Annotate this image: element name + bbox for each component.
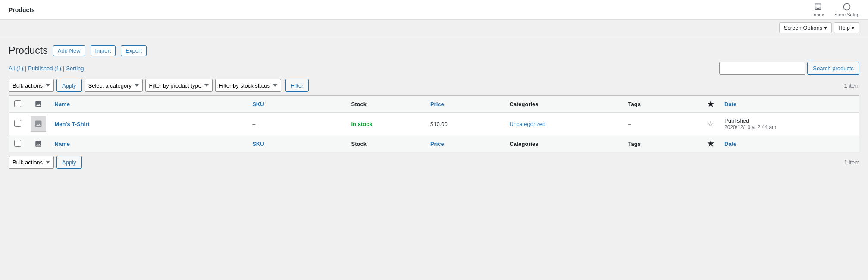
col-footer-tags: Tags — [624, 135, 703, 152]
col-footer-name[interactable]: Name — [50, 135, 248, 152]
svg-point-0 — [843, 3, 850, 10]
row-categories-cell: Uncategorized — [505, 113, 624, 135]
row-sku-value: – — [252, 121, 255, 127]
table-row: Men's T-Shirt – In stock $10.00 Uncatego… — [9, 113, 859, 135]
row-price-cell: $10.00 — [426, 113, 505, 135]
col-header-featured: ★ — [703, 96, 720, 113]
row-check-cell — [9, 113, 26, 135]
top-action-bar: Bulk actions Apply Select a category Fil… — [9, 79, 859, 92]
col-footer-date[interactable]: Date — [720, 135, 859, 152]
filter-button[interactable]: Filter — [285, 79, 309, 92]
apply-button-bottom[interactable]: Apply — [56, 156, 82, 169]
image-footer-icon — [31, 140, 46, 148]
row-stock-value: In stock — [351, 121, 372, 127]
filter-tabs: All (1) | Published (1) | Sorting Search… — [9, 62, 859, 75]
top-bar: Products Inbox Store Setup — [0, 0, 868, 20]
inbox-label: Inbox — [812, 12, 824, 17]
col-header-sku[interactable]: SKU — [248, 96, 347, 113]
col-header-categories: Categories — [505, 96, 624, 113]
inbox-icon-item[interactable]: Inbox — [812, 3, 824, 17]
page-header: Products Add New Import Export — [9, 45, 859, 57]
tab-sep-2: | — [63, 65, 64, 72]
search-bar: Search products — [719, 62, 859, 75]
help-button[interactable]: Help ▾ — [834, 22, 859, 33]
tab-all[interactable]: All (1) — [9, 65, 23, 72]
row-featured-star-icon[interactable]: ☆ — [707, 120, 714, 128]
table-footer: Name SKU Stock Price Categories Tags — [9, 135, 859, 152]
row-tags-cell: – — [624, 113, 703, 135]
table-footer-row: Name SKU Stock Price Categories Tags — [9, 135, 859, 152]
select-all-checkbox-bottom[interactable] — [14, 140, 21, 147]
add-new-button[interactable]: Add New — [53, 45, 85, 56]
col-footer-sku[interactable]: SKU — [248, 135, 347, 152]
row-thumb-cell — [26, 113, 50, 135]
col-header-check — [9, 96, 26, 113]
col-footer-check — [9, 135, 26, 152]
item-count-bottom: 1 item — [844, 159, 859, 166]
col-header-thumb — [26, 96, 50, 113]
row-tags-value: – — [628, 121, 631, 127]
page-title: Products — [9, 45, 48, 57]
screen-options-chevron-icon: ▾ — [824, 25, 827, 31]
col-header-price[interactable]: Price — [426, 96, 505, 113]
row-date-time: 2020/12/10 at 2:44 am — [724, 124, 776, 130]
tab-sorting[interactable]: Sorting — [66, 65, 84, 72]
top-bar-icons: Inbox Store Setup — [812, 3, 859, 17]
product-name-link[interactable]: Men's T-Shirt — [55, 121, 90, 127]
import-button[interactable]: Import — [91, 45, 116, 56]
store-setup-icon — [843, 3, 851, 11]
store-setup-icon-item[interactable]: Store Setup — [834, 3, 859, 17]
apply-button-top[interactable]: Apply — [56, 79, 82, 92]
top-bar-title: Products — [9, 6, 35, 13]
bulk-actions-select-bottom[interactable]: Bulk actions — [9, 156, 54, 169]
category-select[interactable]: Select a category — [85, 79, 143, 92]
bottom-left: Bulk actions Apply — [9, 156, 82, 169]
row-price-value: $10.00 — [430, 121, 448, 127]
col-footer-categories: Categories — [505, 135, 624, 152]
row-sku-cell: – — [248, 113, 347, 135]
col-header-stock: Stock — [347, 96, 426, 113]
main-content: Products Add New Import Export All (1) |… — [0, 36, 868, 182]
export-button[interactable]: Export — [121, 45, 147, 56]
item-count-top: 1 item — [844, 82, 859, 89]
tab-sep-1: | — [25, 65, 26, 72]
search-input[interactable] — [719, 62, 805, 75]
screen-options-button[interactable]: Screen Options ▾ — [779, 22, 832, 33]
table-header: Name SKU Stock Price Categories Tags — [9, 96, 859, 113]
products-table: Name SKU Stock Price Categories Tags — [9, 95, 859, 152]
product-type-select[interactable]: Filter by product type — [145, 79, 213, 92]
filter-tabs-left: All (1) | Published (1) | Sorting — [9, 65, 84, 72]
featured-star-header-icon: ★ — [707, 100, 714, 108]
inbox-icon — [814, 3, 822, 11]
col-header-tags: Tags — [624, 96, 703, 113]
col-footer-stock: Stock — [347, 135, 426, 152]
col-footer-thumb — [26, 135, 50, 152]
bulk-actions-select-top[interactable]: Bulk actions — [9, 79, 54, 92]
col-header-name[interactable]: Name — [50, 96, 248, 113]
row-date-cell: Published 2020/12/10 at 2:44 am — [720, 113, 859, 135]
help-chevron-icon: ▾ — [852, 25, 855, 31]
search-products-button[interactable]: Search products — [807, 62, 859, 75]
featured-star-footer-icon: ★ — [707, 139, 714, 148]
options-bar: Screen Options ▾ Help ▾ — [0, 20, 868, 36]
stock-status-select[interactable]: Filter by stock status — [215, 79, 281, 92]
row-name-cell: Men's T-Shirt — [50, 113, 248, 135]
product-thumbnail — [31, 116, 46, 132]
store-setup-label: Store Setup — [834, 12, 859, 17]
tab-published[interactable]: Published (1) — [28, 65, 61, 72]
col-footer-featured: ★ — [703, 135, 720, 152]
col-footer-price[interactable]: Price — [426, 135, 505, 152]
col-header-date[interactable]: Date — [720, 96, 859, 113]
row-featured-cell: ☆ — [703, 113, 720, 135]
bottom-action-bar: Bulk actions Apply 1 item — [9, 156, 859, 169]
row-category-link[interactable]: Uncategorized — [509, 121, 545, 127]
table-body: Men's T-Shirt – In stock $10.00 Uncatego… — [9, 113, 859, 135]
table-header-row: Name SKU Stock Price Categories Tags — [9, 96, 859, 113]
image-header-icon — [31, 100, 46, 108]
row-date-status: Published — [724, 117, 749, 124]
row-stock-cell: In stock — [347, 113, 426, 135]
select-all-checkbox-top[interactable] — [14, 100, 21, 107]
row-checkbox[interactable] — [14, 120, 21, 127]
